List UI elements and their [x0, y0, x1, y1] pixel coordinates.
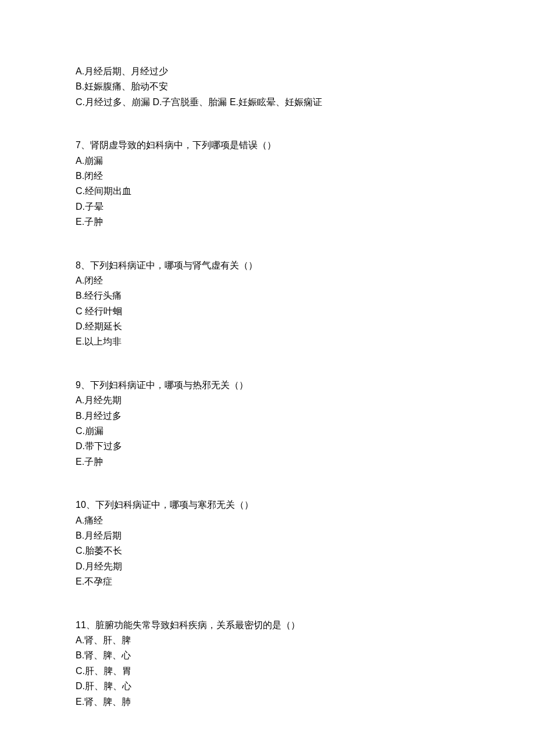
option-d: D.带下过多	[76, 439, 459, 454]
question-stem: 9、下列妇科病证中，哪项与热邪无关（）	[76, 378, 459, 393]
option-c: C.经间期出血	[76, 184, 459, 199]
option-cde-inline: C.月经过多、崩漏 D.子宫脱垂、胎漏 E.妊娠眩晕、妊娠痫证	[76, 95, 459, 110]
option-a: A.肾、肝、脾	[76, 633, 459, 648]
question-stem: 10、下列妇科病证中，哪项与寒邪无关（）	[76, 497, 459, 513]
question-11: 11、脏腑功能失常导致妇科疾病，关系最密切的是（） A.肾、肝、脾 B.肾、脾、…	[76, 618, 459, 710]
option-b: B.妊娠腹痛、胎动不安	[76, 79, 459, 94]
option-a: A.痛经	[76, 513, 459, 528]
document-page: A.月经后期、月经过少 B.妊娠腹痛、胎动不安 C.月经过多、崩漏 D.子宫脱垂…	[0, 0, 535, 744]
option-e: E.肾、脾、肺	[76, 694, 459, 710]
option-d: D.肝、脾、心	[76, 679, 459, 694]
option-d: D.经期延长	[76, 319, 459, 334]
question-8: 8、下列妇科病证中，哪项与肾气虚有关（） A.闭经 B.经行头痛 C 经行叶蛔 …	[76, 258, 459, 350]
option-b: B.月经后期	[76, 528, 459, 543]
option-a: A.月经后期、月经过少	[76, 64, 459, 79]
question-stem: 11、脏腑功能失常导致妇科疾病，关系最密切的是（）	[76, 618, 459, 633]
option-a: A.崩漏	[76, 153, 459, 169]
option-e: E.妊娠眩晕、妊娠痫证	[230, 97, 322, 107]
question-7: 7、肾阴虚导致的妇科病中，下列哪项是错误（） A.崩漏 B.闭经 C.经间期出血…	[76, 138, 459, 230]
option-c: C 经行叶蛔	[76, 304, 459, 319]
option-c: C.月经过多、崩漏	[76, 97, 152, 107]
question-9: 9、下列妇科病证中，哪项与热邪无关（） A.月经先期 B.月经过多 C.崩漏 D…	[76, 378, 459, 470]
option-a: A.闭经	[76, 273, 459, 288]
option-d: D.月经先期	[76, 559, 459, 574]
question-stem: 7、肾阴虚导致的妇科病中，下列哪项是错误（）	[76, 138, 459, 153]
option-d: D.子晕	[76, 199, 459, 214]
option-c: C.肝、脾、胃	[76, 664, 459, 679]
option-b: B.经行头痛	[76, 288, 459, 303]
option-b: B.肾、脾、心	[76, 648, 459, 663]
option-e: E.子肿	[76, 214, 459, 230]
option-e: E.以上均非	[76, 334, 459, 349]
option-e: E.子肿	[76, 454, 459, 470]
option-a: A.月经先期	[76, 393, 459, 408]
option-c: C.胎萎不长	[76, 543, 459, 558]
option-e: E.不孕症	[76, 574, 459, 589]
option-d: D.子宫脱垂、胎漏	[152, 97, 229, 107]
option-c: C.崩漏	[76, 424, 459, 439]
question-10: 10、下列妇科病证中，哪项与寒邪无关（） A.痛经 B.月经后期 C.胎萎不长 …	[76, 497, 459, 589]
question-stem: 8、下列妇科病证中，哪项与肾气虚有关（）	[76, 258, 459, 273]
question-6-options: A.月经后期、月经过少 B.妊娠腹痛、胎动不安 C.月经过多、崩漏 D.子宫脱垂…	[76, 64, 459, 110]
option-b: B.月经过多	[76, 409, 459, 424]
option-b: B.闭经	[76, 169, 459, 184]
